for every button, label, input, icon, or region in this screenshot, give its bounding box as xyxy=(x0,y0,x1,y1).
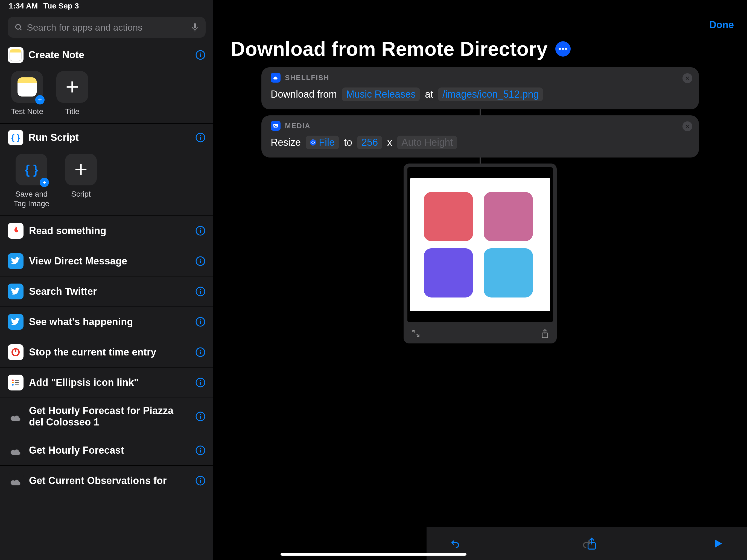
info-icon[interactable] xyxy=(195,316,206,327)
svg-point-20 xyxy=(200,228,201,229)
svg-point-55 xyxy=(565,48,567,50)
preview-swatch xyxy=(484,192,533,241)
tile-script[interactable]: Script xyxy=(65,154,97,208)
shortcut-row[interactable]: Get Hourly Forecast for Piazza del Colos… xyxy=(0,398,213,435)
action-source-icon xyxy=(271,121,281,131)
svg-point-29 xyxy=(200,320,201,321)
shortcut-row[interactable]: Add "Ellipsis icon link" xyxy=(0,367,213,398)
undo-button[interactable] xyxy=(449,538,461,549)
info-icon[interactable] xyxy=(195,377,206,388)
shortcut-row[interactable]: Get Hourly Forecast xyxy=(0,435,213,466)
svg-point-23 xyxy=(200,259,201,260)
action-card[interactable]: MEDIAResizeFileto256xAuto Height xyxy=(261,116,699,157)
main-panel: Done Download from Remote Directory SHEL… xyxy=(213,0,747,560)
tile-label: Script xyxy=(71,189,91,199)
search-box[interactable] xyxy=(8,17,206,38)
row-title: Search Twitter xyxy=(29,286,190,297)
preview-swatch xyxy=(424,192,473,241)
preview-swatch xyxy=(424,248,473,298)
svg-point-52 xyxy=(200,478,201,479)
share-preview-button[interactable] xyxy=(541,329,549,338)
svg-point-36 xyxy=(12,382,14,383)
info-icon[interactable] xyxy=(195,50,206,60)
row-app-icon xyxy=(8,473,24,489)
tile-label: Test Note xyxy=(11,107,43,116)
action-token: Resize xyxy=(271,137,301,148)
action-card[interactable]: SHELLFISHDownload fromMusic Releasesat/i… xyxy=(261,67,699,109)
shortcut-row[interactable]: Read something xyxy=(0,216,213,246)
svg-point-54 xyxy=(562,48,564,50)
tile-label: Title xyxy=(65,107,79,116)
shortcut-group-create-note: Create Note Test Note Title xyxy=(0,41,213,124)
svg-point-37 xyxy=(12,384,14,386)
shortcut-row[interactable]: Search Twitter xyxy=(0,276,213,307)
more-options-button[interactable] xyxy=(555,41,571,57)
search-input[interactable] xyxy=(27,22,187,33)
info-icon[interactable] xyxy=(195,445,206,456)
svg-point-35 xyxy=(12,380,14,381)
row-app-icon xyxy=(8,253,24,269)
action-token[interactable]: 256 xyxy=(357,136,382,149)
search-icon xyxy=(14,23,23,32)
redo-button[interactable] xyxy=(581,538,593,549)
delete-action-button[interactable] xyxy=(682,73,692,83)
action-source-label: MEDIA xyxy=(285,122,311,130)
action-token[interactable]: Music Releases xyxy=(342,87,420,101)
tile-save-tag-image[interactable]: { } Save and Tag Image xyxy=(11,154,52,208)
shortcut-row[interactable]: View Direct Message xyxy=(0,246,213,276)
row-title: Add "Ellipsis icon link" xyxy=(29,377,190,388)
info-icon[interactable] xyxy=(195,411,206,422)
home-indicator xyxy=(281,553,466,556)
action-source-icon xyxy=(271,73,281,82)
shortcut-row[interactable]: See what's happening xyxy=(0,307,213,337)
row-title: Get Hourly Forecast xyxy=(29,444,190,456)
row-title: See what's happening xyxy=(29,316,190,328)
svg-point-13 xyxy=(200,135,201,136)
flow-connector xyxy=(480,109,481,116)
tile-title[interactable]: Title xyxy=(56,71,88,116)
editor-toolbar xyxy=(427,527,747,560)
row-title: Get Current Observations for xyxy=(29,475,190,486)
row-title: Get Hourly Forecast for Piazza del Colos… xyxy=(29,405,190,428)
shortcut-row[interactable]: Get Current Observations for xyxy=(0,466,213,496)
info-icon[interactable] xyxy=(195,347,206,357)
shortcut-title: Download from Remote Directory xyxy=(231,38,548,60)
row-title: Stop the current time entry xyxy=(29,347,190,358)
row-app-icon xyxy=(8,375,24,390)
output-preview xyxy=(404,163,557,343)
info-icon[interactable] xyxy=(195,286,206,297)
svg-rect-2 xyxy=(194,23,196,28)
action-token: Download from xyxy=(271,88,337,100)
action-token[interactable]: File xyxy=(306,136,339,149)
row-app-icon xyxy=(8,314,24,330)
shortcut-group-run-script: { } Run Script { } Save and Tag Image Sc… xyxy=(0,124,213,216)
preview-swatch xyxy=(484,248,533,298)
action-token: x xyxy=(387,137,392,148)
flow-connector xyxy=(480,157,481,163)
info-icon[interactable] xyxy=(195,226,206,236)
done-button[interactable]: Done xyxy=(709,19,734,31)
info-icon[interactable] xyxy=(195,256,206,266)
row-app-icon xyxy=(8,344,24,360)
tile-test-note[interactable]: Test Note xyxy=(11,71,43,116)
run-button[interactable] xyxy=(712,538,724,550)
sidebar: Create Note Test Note Title { } Run Scri… xyxy=(0,0,213,560)
scriptable-app-icon: { } xyxy=(8,130,24,146)
row-app-icon xyxy=(8,223,24,239)
group-title: Run Script xyxy=(28,132,190,143)
svg-point-0 xyxy=(16,24,20,29)
svg-point-6 xyxy=(200,52,201,54)
tile-label: Save and Tag Image xyxy=(11,189,52,208)
notes-app-icon xyxy=(8,47,24,63)
info-icon[interactable] xyxy=(195,132,206,143)
action-token[interactable]: /images/icon_512.png xyxy=(438,87,543,101)
row-app-icon xyxy=(8,284,24,299)
microphone-icon[interactable] xyxy=(191,22,199,32)
shortcut-row[interactable]: Stop the current time entry xyxy=(0,337,213,367)
delete-action-button[interactable] xyxy=(682,121,692,131)
info-icon[interactable] xyxy=(195,476,206,486)
action-token[interactable]: Auto Height xyxy=(397,136,457,149)
expand-preview-button[interactable] xyxy=(411,329,420,338)
row-title: Read something xyxy=(29,225,190,236)
svg-point-34 xyxy=(200,350,201,351)
